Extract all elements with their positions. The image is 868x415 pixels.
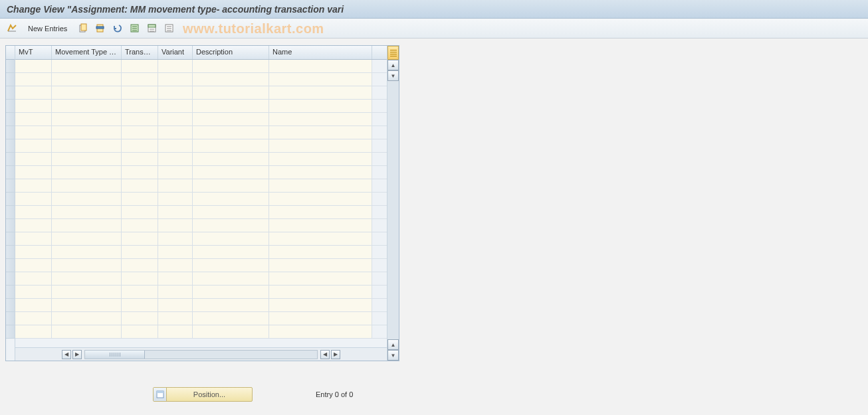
row-selector[interactable] xyxy=(6,325,15,339)
table-row[interactable] xyxy=(15,179,387,193)
table-cell[interactable] xyxy=(52,113,122,125)
table-row[interactable] xyxy=(15,206,387,219)
new-entries-button[interactable]: New Entries xyxy=(23,22,72,35)
column-header-mvt[interactable]: MvT xyxy=(15,46,52,59)
table-cell[interactable] xyxy=(122,272,158,285)
table-cell[interactable] xyxy=(158,126,193,139)
table-cell[interactable] xyxy=(158,179,193,192)
table-cell[interactable] xyxy=(269,153,372,165)
table-cell[interactable] xyxy=(193,100,269,112)
vscroll-down-icon[interactable]: ▼ xyxy=(387,70,399,81)
table-row[interactable] xyxy=(15,286,387,299)
table-cell[interactable] xyxy=(15,179,52,192)
table-cell[interactable] xyxy=(158,219,193,232)
table-row[interactable] xyxy=(15,100,387,113)
table-cell[interactable] xyxy=(52,299,122,311)
table-cell[interactable] xyxy=(269,139,372,152)
table-row[interactable] xyxy=(15,325,387,339)
row-selector[interactable] xyxy=(6,286,15,299)
table-cell[interactable] xyxy=(158,232,193,245)
table-cell[interactable] xyxy=(52,219,122,232)
table-cell[interactable] xyxy=(52,126,122,139)
table-cell[interactable] xyxy=(158,86,193,99)
column-header-transaction[interactable]: Transac... xyxy=(122,46,158,59)
table-cell[interactable] xyxy=(52,193,122,205)
table-cell[interactable] xyxy=(269,206,372,218)
table-cell[interactable] xyxy=(269,312,372,325)
table-settings-icon[interactable] xyxy=(387,46,399,60)
vscroll-up2-icon[interactable]: ▲ xyxy=(387,339,399,350)
row-selector[interactable] xyxy=(6,219,15,232)
table-row[interactable] xyxy=(15,259,387,272)
table-cell[interactable] xyxy=(15,232,52,245)
table-cell[interactable] xyxy=(158,60,193,72)
table-row[interactable] xyxy=(15,232,387,246)
table-cell[interactable] xyxy=(269,113,372,125)
table-cell[interactable] xyxy=(269,73,372,86)
hscroll-right-icon[interactable]: ◀ xyxy=(320,350,330,359)
table-cell[interactable] xyxy=(158,299,193,311)
table-cell[interactable] xyxy=(193,246,269,258)
table-cell[interactable] xyxy=(15,60,52,72)
table-cell[interactable] xyxy=(193,139,269,152)
vscroll-down2-icon[interactable]: ▼ xyxy=(387,350,399,361)
table-row[interactable] xyxy=(15,312,387,325)
row-selector[interactable] xyxy=(6,153,15,166)
table-cell[interactable] xyxy=(122,259,158,272)
table-cell[interactable] xyxy=(15,126,52,139)
table-cell[interactable] xyxy=(158,166,193,179)
table-cell[interactable] xyxy=(269,100,372,112)
table-row[interactable] xyxy=(15,272,387,286)
table-cell[interactable] xyxy=(52,73,122,86)
table-cell[interactable] xyxy=(15,219,52,232)
table-cell[interactable] xyxy=(269,299,372,311)
table-cell[interactable] xyxy=(269,246,372,258)
row-selector[interactable] xyxy=(6,60,15,73)
row-selector[interactable] xyxy=(6,232,15,246)
table-cell[interactable] xyxy=(193,325,269,338)
table-cell[interactable] xyxy=(52,232,122,245)
table-cell[interactable] xyxy=(193,299,269,311)
row-selector[interactable] xyxy=(6,272,15,286)
table-row[interactable] xyxy=(15,60,387,73)
table-cell[interactable] xyxy=(15,86,52,99)
row-selector[interactable] xyxy=(6,73,15,86)
table-cell[interactable] xyxy=(269,166,372,179)
table-cell[interactable] xyxy=(15,246,52,258)
hscroll-left-icon[interactable]: ▶ xyxy=(72,350,82,359)
table-cell[interactable] xyxy=(122,179,158,192)
table-cell[interactable] xyxy=(193,60,269,72)
table-cell[interactable] xyxy=(122,139,158,152)
table-cell[interactable] xyxy=(122,153,158,165)
table-cell[interactable] xyxy=(269,60,372,72)
table-cell[interactable] xyxy=(52,259,122,272)
table-cell[interactable] xyxy=(122,232,158,245)
row-selector[interactable] xyxy=(6,179,15,193)
column-header-name[interactable]: Name xyxy=(269,46,372,59)
table-cell[interactable] xyxy=(15,73,52,86)
table-row[interactable] xyxy=(15,299,387,312)
table-cell[interactable] xyxy=(15,100,52,112)
table-cell[interactable] xyxy=(52,325,122,338)
vscroll-track[interactable] xyxy=(387,81,399,339)
select-all-icon[interactable] xyxy=(128,22,142,35)
table-cell[interactable] xyxy=(52,286,122,298)
hscroll-last-icon[interactable]: ▶ xyxy=(331,350,340,359)
table-cell[interactable] xyxy=(52,312,122,325)
table-cell[interactable] xyxy=(122,193,158,205)
table-cell[interactable] xyxy=(269,259,372,272)
table-cell[interactable] xyxy=(269,232,372,245)
table-cell[interactable] xyxy=(193,219,269,232)
table-row[interactable] xyxy=(15,219,387,232)
table-cell[interactable] xyxy=(122,73,158,86)
table-cell[interactable] xyxy=(15,286,52,298)
table-cell[interactable] xyxy=(193,179,269,192)
row-selector[interactable] xyxy=(6,206,15,219)
table-cell[interactable] xyxy=(193,206,269,218)
table-cell[interactable] xyxy=(122,100,158,112)
table-cell[interactable] xyxy=(269,179,372,192)
row-selector[interactable] xyxy=(6,312,15,325)
row-selector[interactable] xyxy=(6,100,15,113)
table-row[interactable] xyxy=(15,153,387,166)
table-cell[interactable] xyxy=(122,60,158,72)
